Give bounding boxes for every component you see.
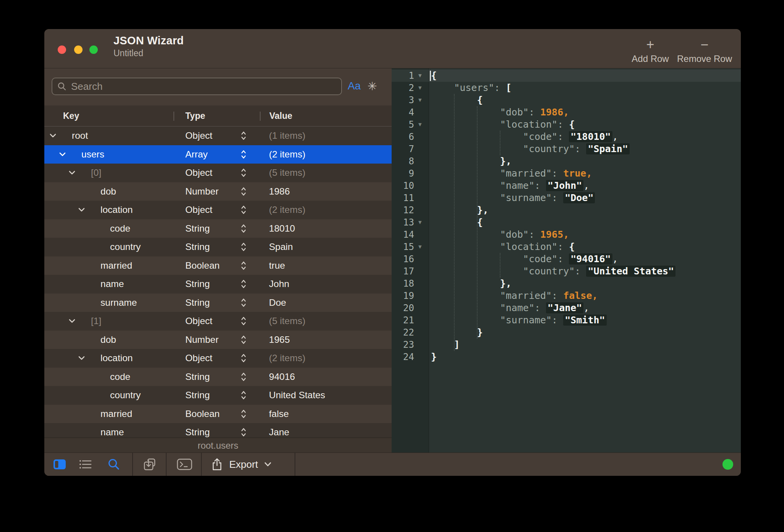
code-line[interactable]: }: [431, 351, 741, 363]
type-stepper-icon[interactable]: [241, 354, 246, 363]
code-line[interactable]: {: [431, 70, 741, 82]
row-type-select[interactable]: Number: [173, 331, 260, 349]
type-stepper-icon[interactable]: [241, 224, 246, 233]
code-line[interactable]: ]: [431, 339, 741, 351]
minimize-window-button[interactable]: [74, 45, 83, 54]
code-area[interactable]: { "users": [ { "dob": 1986, "location": …: [429, 68, 741, 453]
type-stepper-icon[interactable]: [241, 409, 246, 418]
row-type-select[interactable]: Object: [173, 201, 260, 219]
row-type-select[interactable]: String: [173, 368, 260, 386]
table-row[interactable]: codeString94016: [44, 368, 392, 386]
code-line[interactable]: "users": [: [431, 82, 741, 94]
row-value[interactable]: John: [269, 279, 392, 289]
search-input[interactable]: [70, 80, 341, 93]
row-type-select[interactable]: Boolean: [173, 256, 260, 275]
expand-chevron-icon[interactable]: [50, 134, 56, 138]
type-stepper-icon[interactable]: [241, 335, 246, 344]
row-type-select[interactable]: Array: [173, 145, 260, 164]
table-row[interactable]: dobNumber1986: [44, 182, 392, 201]
row-value[interactable]: (2 items): [269, 353, 392, 363]
row-value[interactable]: (2 items): [269, 149, 392, 160]
row-type-select[interactable]: Boolean: [173, 405, 260, 423]
fold-arrow-icon[interactable]: ▾: [418, 218, 422, 226]
row-type-select[interactable]: String: [173, 219, 260, 238]
table-row[interactable]: locationObject(2 items): [44, 349, 392, 368]
row-value[interactable]: (5 items): [269, 167, 392, 178]
fold-arrow-icon[interactable]: ▾: [418, 71, 422, 79]
row-type-select[interactable]: String: [173, 275, 260, 294]
type-stepper-icon[interactable]: [241, 428, 246, 437]
row-type-select[interactable]: Object: [173, 312, 260, 331]
toggle-sidebar-button[interactable]: [50, 453, 70, 476]
type-stepper-icon[interactable]: [241, 168, 246, 177]
table-row[interactable]: surnameStringDoe: [44, 294, 392, 312]
row-value[interactable]: Jane: [269, 427, 392, 438]
code-line[interactable]: {: [431, 94, 741, 106]
row-value[interactable]: United States: [269, 390, 392, 401]
table-row[interactable]: countryStringSpain: [44, 238, 392, 256]
wildcard-toggle[interactable]: ✳: [364, 77, 380, 95]
console-button[interactable]: [176, 453, 193, 476]
table-row[interactable]: dobNumber1965: [44, 331, 392, 349]
type-stepper-icon[interactable]: [241, 242, 246, 251]
remove-row-button[interactable]: − Remove Row: [674, 29, 735, 68]
type-stepper-icon[interactable]: [241, 131, 246, 140]
table-row[interactable]: rootObject(1 items): [44, 127, 392, 145]
row-value[interactable]: 1986: [269, 186, 392, 197]
row-value[interactable]: true: [269, 260, 392, 271]
row-value[interactable]: Spain: [269, 242, 392, 252]
table-row[interactable]: marriedBooleantrue: [44, 256, 392, 275]
row-value[interactable]: 94016: [269, 371, 392, 382]
row-type-select[interactable]: Object: [173, 164, 260, 182]
type-stepper-icon[interactable]: [241, 391, 246, 400]
row-type-select[interactable]: String: [173, 386, 260, 405]
row-type-select[interactable]: Number: [173, 182, 260, 201]
add-row-button[interactable]: + Add Row: [624, 29, 677, 68]
expand-chevron-icon[interactable]: [69, 319, 75, 323]
type-stepper-icon[interactable]: [241, 205, 246, 214]
expand-chevron-icon[interactable]: [69, 171, 75, 175]
row-value[interactable]: 18010: [269, 223, 392, 234]
expand-chevron-icon[interactable]: [59, 152, 66, 156]
table-row[interactable]: [0]Object(5 items): [44, 164, 392, 182]
row-value[interactable]: (1 items): [269, 130, 392, 141]
fold-arrow-icon[interactable]: ▾: [418, 96, 422, 104]
type-stepper-icon[interactable]: [241, 261, 246, 270]
zoom-window-button[interactable]: [89, 45, 98, 54]
table-row[interactable]: [1]Object(5 items): [44, 312, 392, 331]
type-stepper-icon[interactable]: [241, 372, 246, 381]
row-type-select[interactable]: Object: [173, 127, 260, 145]
row-value[interactable]: 1965: [269, 334, 392, 345]
row-value[interactable]: Doe: [269, 297, 392, 308]
type-stepper-icon[interactable]: [241, 150, 246, 159]
expand-chevron-icon[interactable]: [78, 208, 85, 212]
export-button[interactable]: Export: [212, 453, 272, 476]
type-stepper-icon[interactable]: [241, 279, 246, 289]
table-row[interactable]: codeString18010: [44, 219, 392, 238]
fold-arrow-icon[interactable]: ▾: [418, 84, 422, 92]
table-row[interactable]: countryStringUnited States: [44, 386, 392, 405]
match-case-toggle[interactable]: Aa: [346, 77, 363, 95]
expand-chevron-icon[interactable]: [78, 356, 85, 360]
find-button[interactable]: [105, 453, 122, 476]
type-stepper-icon[interactable]: [241, 298, 246, 307]
row-type-select[interactable]: String: [173, 294, 260, 312]
close-window-button[interactable]: [58, 45, 66, 54]
row-type-select[interactable]: Object: [173, 349, 260, 368]
table-row[interactable]: nameStringJane: [44, 423, 392, 438]
row-type-select[interactable]: String: [173, 238, 260, 256]
table-row[interactable]: locationObject(2 items): [44, 201, 392, 219]
table-row[interactable]: usersArray(2 items): [44, 145, 392, 164]
row-value[interactable]: (5 items): [269, 316, 392, 326]
row-value[interactable]: (2 items): [269, 204, 392, 215]
fold-arrow-icon[interactable]: ▾: [418, 243, 422, 251]
list-view-button[interactable]: [78, 453, 93, 476]
table-row[interactable]: marriedBooleanfalse: [44, 405, 392, 423]
fold-arrow-icon[interactable]: ▾: [418, 120, 422, 128]
import-button[interactable]: [141, 453, 158, 476]
row-value[interactable]: false: [269, 409, 392, 419]
type-stepper-icon[interactable]: [241, 187, 246, 196]
type-stepper-icon[interactable]: [241, 316, 246, 326]
row-type-select[interactable]: String: [173, 423, 260, 438]
search-field[interactable]: [52, 78, 342, 95]
